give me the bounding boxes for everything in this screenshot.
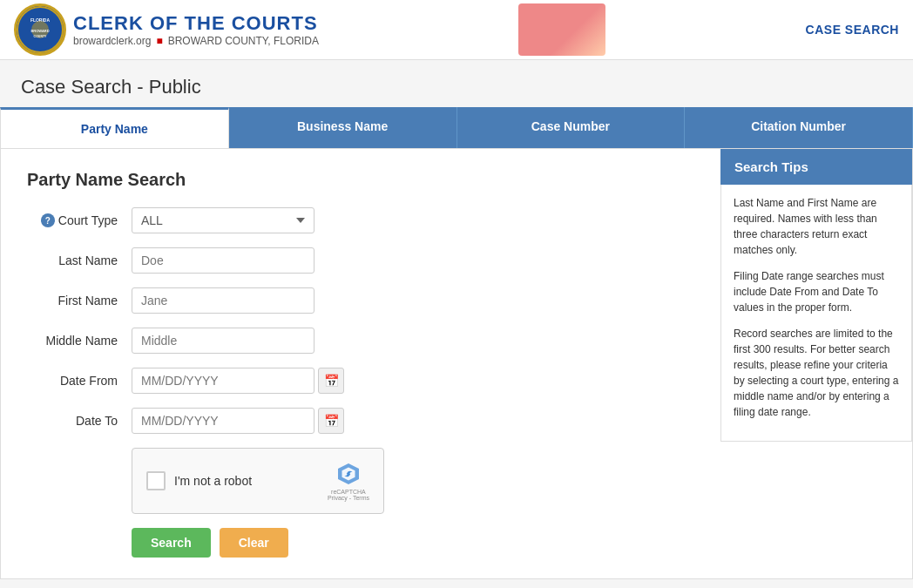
date-to-row: Date To 📅 — [27, 408, 694, 434]
date-to-wrapper: 📅 — [132, 408, 344, 434]
buttons-row: Search Clear — [132, 528, 694, 558]
logo-icon: FLORIDA BROWARD COUNTY — [14, 3, 66, 56]
first-name-input[interactable] — [132, 287, 314, 314]
case-search-link[interactable]: CASE SEARCH — [806, 23, 899, 37]
separator: ■ — [156, 35, 162, 47]
tips-para-2: Filing Date range searches must include … — [734, 268, 899, 315]
header: FLORIDA BROWARD COUNTY CLERK OF THE COUR… — [0, 0, 913, 60]
header-title: CLERK OF THE COURTS — [73, 12, 319, 35]
tab-citation-number[interactable]: Citation Number — [685, 107, 913, 148]
first-name-row: First Name — [27, 287, 694, 314]
recaptcha-checkbox[interactable] — [146, 471, 166, 490]
recaptcha-logo: reCAPTCHAPrivacy - Terms — [328, 461, 369, 501]
court-type-label: ? Court Type — [27, 213, 132, 227]
tab-party-name[interactable]: Party Name — [0, 107, 229, 148]
recaptcha-label: I'm not a robot — [174, 474, 252, 488]
court-type-select[interactable]: ALL Civil Criminal Family Probate Traffi… — [132, 207, 314, 233]
header-image — [518, 3, 605, 56]
middle-name-label: Middle Name — [27, 334, 132, 348]
recaptcha-icon — [335, 461, 362, 487]
svg-text:COUNTY: COUNTY — [34, 35, 47, 38]
tab-business-name[interactable]: Business Name — [229, 107, 457, 148]
last-name-label: Last Name — [27, 253, 132, 267]
search-button[interactable]: Search — [132, 528, 211, 558]
middle-name-input[interactable] — [132, 328, 314, 354]
date-from-wrapper: 📅 — [132, 368, 344, 394]
recaptcha-left: I'm not a robot — [146, 471, 252, 490]
tab-case-number[interactable]: Case Number — [457, 107, 686, 148]
tips-panel: Search Tips Last Name and First Name are… — [720, 149, 912, 578]
form-title: Party Name Search — [27, 170, 694, 190]
clear-button[interactable]: Clear — [220, 528, 288, 558]
website-text: browardclerk.org — [73, 35, 151, 47]
date-to-calendar-icon[interactable]: 📅 — [318, 408, 344, 434]
tips-para-3: Record searches are limited to the first… — [734, 326, 899, 420]
header-logo: FLORIDA BROWARD COUNTY CLERK OF THE COUR… — [14, 3, 319, 56]
court-type-help-icon[interactable]: ? — [41, 213, 55, 227]
header-text: CLERK OF THE COURTS browardclerk.org ■ B… — [73, 12, 319, 47]
court-type-row: ? Court Type ALL Civil Criminal Family P… — [27, 207, 694, 233]
tips-header: Search Tips — [720, 149, 912, 185]
last-name-input[interactable] — [132, 247, 314, 274]
search-panel: Party Name Search ? Court Type ALL Civil… — [1, 149, 912, 578]
county-text: BROWARD COUNTY, FLORIDA — [168, 35, 319, 47]
tips-para-1: Last Name and First Name are required. N… — [734, 195, 899, 258]
last-name-row: Last Name — [27, 247, 694, 274]
page-title-bar: Case Search - Public — [0, 60, 913, 107]
date-from-label: Date From — [27, 374, 132, 388]
middle-name-row: Middle Name — [27, 328, 694, 354]
page-title: Case Search - Public — [21, 76, 892, 98]
first-name-label: First Name — [27, 294, 132, 308]
date-from-calendar-icon[interactable]: 📅 — [318, 368, 344, 394]
date-from-row: Date From 📅 — [27, 368, 694, 394]
header-subtitle: browardclerk.org ■ BROWARD COUNTY, FLORI… — [73, 35, 319, 47]
tips-body: Last Name and First Name are required. N… — [720, 185, 912, 442]
date-from-input[interactable] — [132, 368, 314, 394]
tabs-bar: Party Name Business Name Case Number Cit… — [0, 107, 913, 148]
recaptcha-brand: reCAPTCHAPrivacy - Terms — [328, 489, 369, 501]
form-area: Party Name Search ? Court Type ALL Civil… — [1, 149, 720, 578]
main-content: Party Name Search ? Court Type ALL Civil… — [0, 148, 913, 579]
recaptcha-box: I'm not a robot reCAPTCHAPrivacy - Terms — [132, 448, 384, 514]
date-to-label: Date To — [27, 414, 132, 428]
date-to-input[interactable] — [132, 408, 314, 434]
svg-text:BROWARD: BROWARD — [30, 29, 49, 33]
